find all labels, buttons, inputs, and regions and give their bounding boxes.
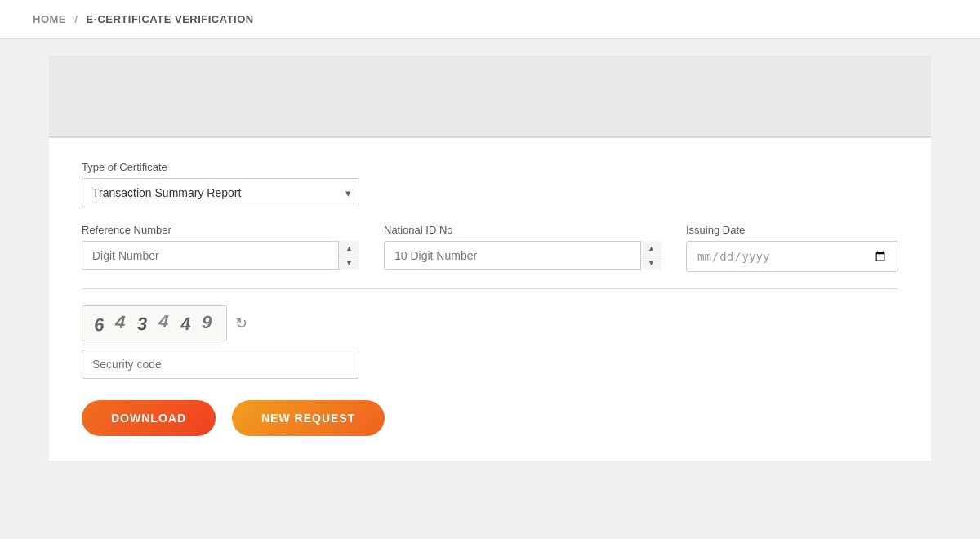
issuing-date-col: Issuing Date (686, 224, 898, 272)
national-id-spin-up[interactable]: ▲ (641, 241, 662, 256)
captcha-char-6: 9 (201, 312, 215, 334)
certificate-type-select[interactable]: Transaction Summary Report Certificate o… (82, 178, 359, 207)
national-id-spin-down[interactable]: ▼ (641, 256, 662, 271)
national-id-label: National ID No (384, 224, 662, 236)
captcha-char-2: 4 (115, 312, 130, 334)
reference-number-wrapper: ▲ ▼ (82, 241, 359, 270)
breadcrumb: HOME / E-CERTIFICATE VERIFICATION (33, 13, 947, 25)
national-id-spin-buttons: ▲ ▼ (640, 241, 662, 270)
national-id-wrapper: ▲ ▼ (384, 241, 662, 270)
banner-area (49, 56, 931, 137)
captcha-char-5: 4 (180, 314, 194, 336)
fields-row: Reference Number ▲ ▼ National ID No (82, 224, 898, 272)
captcha-char-1: 6 (93, 314, 108, 336)
reference-spin-up[interactable]: ▲ (339, 241, 359, 256)
certificate-type-label: Type of Certificate (82, 161, 898, 173)
captcha-char-4: 4 (158, 310, 172, 332)
national-id-col: National ID No ▲ ▼ (384, 224, 662, 272)
buttons-row: DOWNLOAD NEW REQUEST (82, 400, 898, 436)
reference-spin-buttons: ▲ ▼ (338, 241, 359, 270)
captcha-box: 6 4 3 4 4 9 (82, 305, 227, 341)
reference-number-input[interactable] (82, 241, 359, 270)
download-button[interactable]: DOWNLOAD (82, 400, 216, 436)
captcha-section: 6 4 3 4 4 9 ↻ (82, 305, 898, 379)
captcha-text: 6 4 3 4 4 9 (94, 313, 215, 334)
national-id-input[interactable] (384, 241, 662, 270)
captcha-char-3: 3 (136, 314, 150, 336)
certificate-type-select-wrapper: Transaction Summary Report Certificate o… (82, 178, 359, 207)
reference-number-col: Reference Number ▲ ▼ (82, 224, 359, 272)
security-code-input[interactable] (82, 350, 359, 379)
breadcrumb-separator: / (74, 13, 78, 25)
form-divider (82, 288, 898, 289)
breadcrumb-home[interactable]: HOME (33, 13, 66, 25)
issuing-date-label: Issuing Date (686, 224, 898, 236)
certificate-type-group: Type of Certificate Transaction Summary … (82, 161, 898, 207)
issuing-date-input[interactable] (686, 241, 898, 272)
new-request-button[interactable]: NEW REQUEST (232, 400, 385, 436)
form-section: Type of Certificate Transaction Summary … (49, 137, 931, 461)
reference-spin-down[interactable]: ▼ (339, 256, 359, 271)
refresh-icon[interactable]: ↻ (235, 314, 247, 332)
breadcrumb-current: E-CERTIFICATE VERIFICATION (86, 13, 253, 25)
reference-number-label: Reference Number (82, 224, 359, 236)
captcha-row: 6 4 3 4 4 9 ↻ (82, 305, 898, 341)
